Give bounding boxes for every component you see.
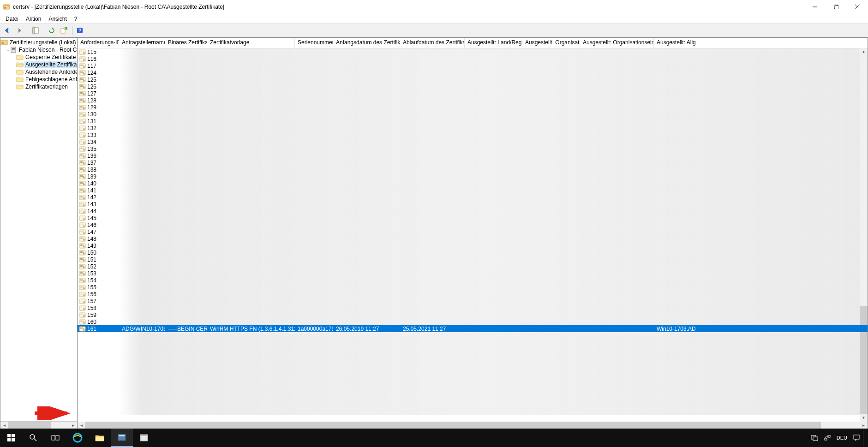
column-header[interactable]: Binäres Zertifikat (165, 38, 207, 48)
table-row[interactable]: 154 (78, 277, 868, 284)
table-row[interactable]: 159 (78, 311, 868, 318)
column-header[interactable]: Ausgestellt: Allge (654, 38, 695, 48)
table-row[interactable]: 158 (78, 304, 868, 311)
svg-rect-143 (80, 265, 83, 266)
minimize-button[interactable] (804, 0, 826, 14)
column-header[interactable]: Antragstellername (119, 38, 165, 48)
maximize-button[interactable] (826, 0, 847, 14)
taskbar-explorer[interactable] (89, 429, 111, 447)
svg-rect-55 (80, 113, 83, 113)
table-row[interactable]: 132 (78, 125, 868, 131)
table-row[interactable]: 147 (78, 228, 868, 235)
table-row[interactable]: 127 (78, 90, 868, 97)
table-row[interactable]: 157 (78, 298, 868, 304)
taskbar-certsrv[interactable] (111, 429, 133, 447)
table-row[interactable]: 126 (78, 83, 868, 90)
table-row[interactable]: 137 (78, 159, 868, 166)
menu-action[interactable]: Aktion (22, 15, 45, 23)
close-button[interactable] (847, 0, 868, 14)
table-row[interactable]: 152 (78, 263, 868, 270)
column-header[interactable]: Anfangsdatum des Zertifikats (333, 38, 400, 48)
tray-notifications-icon[interactable] (850, 429, 863, 447)
table-row[interactable]: 131 (78, 118, 868, 125)
taskbar-app[interactable] (133, 429, 155, 447)
column-header[interactable]: Ausgestellt: Organisation (522, 38, 580, 48)
menu-file[interactable]: Datei (2, 15, 22, 23)
menu-view[interactable]: Ansicht (45, 15, 70, 23)
taskbar-ie[interactable] (66, 429, 89, 447)
table-row[interactable]: 155 (78, 284, 868, 291)
tree-node-issued[interactable]: Ausgestellte Zertifikate (0, 61, 77, 68)
table-row[interactable]: 144 (78, 208, 868, 215)
refresh-button[interactable] (46, 25, 57, 36)
table-row[interactable]: 151 (78, 256, 868, 263)
column-header[interactable]: Ausgestellt: Land/Region (465, 38, 522, 48)
help-button[interactable]: ? (74, 25, 85, 36)
tree-node-pending[interactable]: Ausstehende Anforderung (0, 68, 77, 76)
table-row[interactable]: 148 (78, 235, 868, 242)
forward-button[interactable] (14, 25, 25, 36)
table-row[interactable]: 143 (78, 201, 868, 208)
table-row[interactable]: 133 (78, 131, 868, 138)
tree-node-revoked[interactable]: Gesperrte Zertifikate (0, 54, 77, 61)
tree-pane: Zertifizierungsstelle (Lokal) ⌄ Fabian N… (0, 38, 78, 429)
twisty-icon[interactable]: ⌄ (6, 48, 10, 52)
cell: Win10-1703.ADG. (654, 326, 695, 332)
tree-node-failed[interactable]: Fehlgeschlagene Anforder (0, 76, 77, 83)
svg-point-57 (83, 114, 85, 116)
table-row[interactable]: 146 (78, 221, 868, 228)
table-row-selected[interactable]: 161ADG\WIN10-1703$-----BEGIN CERTI...Win… (78, 325, 868, 332)
svg-rect-163 (80, 300, 83, 300)
column-header[interactable]: Seriennummer (295, 38, 333, 48)
table-row[interactable]: 129 (78, 104, 868, 111)
column-header[interactable]: Ausgestellt: Organisationseinheit (580, 38, 654, 48)
table-row[interactable]: 128 (78, 97, 868, 104)
show-hide-tree-button[interactable] (30, 25, 41, 36)
tray-monitors-icon[interactable] (808, 429, 821, 447)
table-row[interactable]: 117 (78, 62, 868, 69)
svg-rect-107 (80, 203, 83, 203)
table-row[interactable]: 124 (78, 69, 868, 76)
start-button[interactable] (0, 429, 22, 447)
table-row[interactable]: 156 (78, 291, 868, 298)
table-row[interactable]: 134 (78, 138, 868, 145)
table-row[interactable]: 140 (78, 180, 868, 187)
search-button[interactable] (22, 429, 44, 447)
table-row[interactable]: 141 (78, 187, 868, 194)
table-row[interactable]: 142 (78, 194, 868, 201)
table-row[interactable]: 125 (78, 76, 868, 83)
svg-point-149 (83, 274, 85, 275)
tray-language[interactable]: DEU (834, 429, 850, 447)
svg-rect-135 (80, 251, 83, 252)
tree-node-root[interactable]: Zertifizierungsstelle (Lokal) (0, 39, 77, 46)
menu-help[interactable]: ? (71, 15, 81, 23)
certificate-icon (79, 119, 86, 124)
svg-rect-68 (80, 135, 84, 135)
svg-rect-56 (80, 114, 84, 114)
task-view-button[interactable] (44, 429, 66, 447)
table-row[interactable]: 139 (78, 173, 868, 180)
table-row[interactable]: 115 (78, 48, 868, 55)
tray-network-icon[interactable] (821, 429, 834, 447)
table-row[interactable]: 130 (78, 111, 868, 118)
export-list-button[interactable] (58, 25, 69, 36)
table-row[interactable]: 145 (78, 215, 868, 221)
show-desktop-button[interactable] (863, 429, 866, 447)
column-header[interactable]: Ablaufdatum des Zertifikats (400, 38, 465, 48)
table-row[interactable]: 153 (78, 270, 868, 277)
svg-rect-136 (80, 252, 84, 253)
table-row[interactable]: 116 (78, 55, 868, 62)
scroll-down-icon[interactable]: ▼ (860, 414, 868, 422)
table-row[interactable]: 136 (78, 152, 868, 159)
tree-node-templates[interactable]: Zertifikatvorlagen (0, 83, 77, 90)
column-header[interactable]: Zertifikatvorlage (207, 38, 295, 48)
back-button[interactable] (2, 25, 13, 36)
svg-rect-156 (80, 287, 84, 287)
table-row[interactable]: 149 (78, 242, 868, 249)
table-row[interactable]: 135 (78, 145, 868, 152)
column-header[interactable]: Anforderungs-ID (78, 38, 119, 48)
table-row[interactable]: 160 (78, 318, 868, 325)
tree-node-ca[interactable]: ⌄ Fabian Niesen - Root CA (0, 46, 77, 54)
table-row[interactable]: 150 (78, 249, 868, 256)
table-row[interactable]: 138 (78, 166, 868, 173)
